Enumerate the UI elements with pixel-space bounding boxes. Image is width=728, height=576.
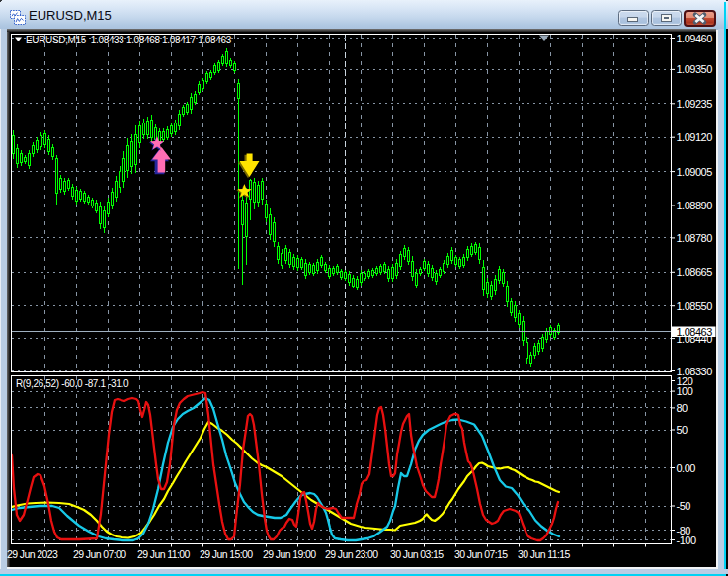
svg-text:1.09350: 1.09350 <box>677 63 713 75</box>
svg-text:-50: -50 <box>677 500 691 512</box>
svg-text:-100: -100 <box>677 535 696 546</box>
svg-text:100: 100 <box>677 385 693 397</box>
svg-text:30 Jun 07:15: 30 Jun 07:15 <box>454 548 508 560</box>
svg-text:1.09235: 1.09235 <box>677 98 713 110</box>
svg-text:29 Jun 07:00: 29 Jun 07:00 <box>73 548 126 560</box>
svg-text:50: 50 <box>677 424 688 436</box>
svg-text:1.08550: 1.08550 <box>677 300 713 312</box>
svg-text:1.09460: 1.09460 <box>677 33 713 44</box>
svg-text:29 Jun 23:00: 29 Jun 23:00 <box>325 548 378 560</box>
svg-text:1.08665: 1.08665 <box>677 266 713 278</box>
svg-text:0.00: 0.00 <box>677 462 696 474</box>
svg-text:EURUSD,M15 1.08433 1.08468 1.: EURUSD,M15 1.08433 1.08468 1.08417 1.084… <box>26 35 232 45</box>
svg-text:1.08463: 1.08463 <box>677 326 713 338</box>
svg-text:1.08890: 1.08890 <box>677 200 713 211</box>
svg-text:1.08780: 1.08780 <box>677 232 713 244</box>
svg-text:80: 80 <box>677 402 688 414</box>
svg-text:30 Jun 03:15: 30 Jun 03:15 <box>390 548 444 560</box>
svg-text:R(9,26,52) -60.0 -87.1 -31.0: R(9,26,52) -60.0 -87.1 -31.0 <box>16 378 129 389</box>
svg-text:1.09005: 1.09005 <box>677 166 713 178</box>
svg-text:29 Jun 2023: 29 Jun 2023 <box>7 548 58 560</box>
svg-text:30 Jun 11:15: 30 Jun 11:15 <box>518 548 570 560</box>
svg-text:29 Jun 19:00: 29 Jun 19:00 <box>263 548 316 560</box>
svg-text:29 Jun 11:00: 29 Jun 11:00 <box>137 548 190 560</box>
svg-text:29 Jun 15:00: 29 Jun 15:00 <box>200 548 253 560</box>
svg-text:1.09120: 1.09120 <box>677 131 713 143</box>
